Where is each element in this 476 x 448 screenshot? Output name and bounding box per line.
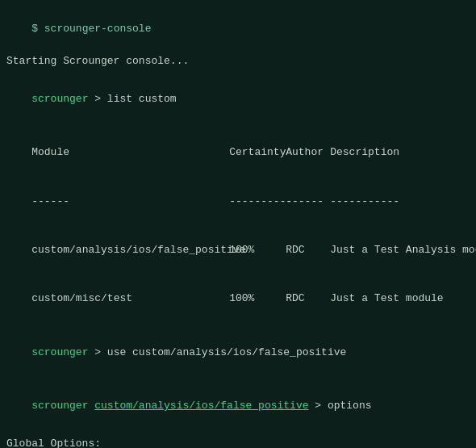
global-options-title: Global Options: <box>6 436 470 448</box>
prompt-list-custom: scrounger > list custom <box>6 75 470 124</box>
start-line: Starting Scrounger console... <box>6 53 470 69</box>
title-line: $ scrounger-console <box>6 5 470 53</box>
dash-author: ------ <box>286 194 330 210</box>
table-header: ModuleCertaintyAuthorDescription <box>6 128 470 177</box>
prompt-scrounger-1: scrounger <box>31 93 88 105</box>
prompt-options: scrounger custom/analysis/ios/false_posi… <box>6 382 470 430</box>
col-certainty: Certainty <box>229 144 286 161</box>
table-dashes: --------------------------------- <box>6 177 470 225</box>
row1-module: custom/analysis/ios/false_positive <box>31 242 229 258</box>
title-text: $ scrounger-console <box>31 23 151 35</box>
terminal: $ scrounger-console Starting Scrounger c… <box>0 0 476 448</box>
col-description: Description <box>330 146 399 158</box>
row1-description: Just a Test Analysis module <box>330 244 476 256</box>
col-author: Author <box>286 144 330 161</box>
prompt-module-link-1: custom/analysis/ios/false_positive <box>94 400 308 412</box>
dash-certainty: ---------- <box>229 194 286 210</box>
row1-author: RDC <box>286 242 330 258</box>
dash-module: ------ <box>31 194 229 210</box>
row2-author: RDC <box>286 291 330 307</box>
row1-certainty: 100% <box>229 242 286 258</box>
prompt-cmd-1: > list custom <box>88 93 176 105</box>
prompt-scrounger-3: scrounger <box>31 400 88 412</box>
row2-description: Just a Test module <box>330 292 443 304</box>
prompt-cmd-3: > options <box>309 400 372 412</box>
table-row-1: custom/analysis/ios/false_positive100%RD… <box>6 226 470 274</box>
row2-certainty: 100% <box>229 291 286 307</box>
row2-module: custom/misc/test <box>31 291 229 307</box>
col-module: Module <box>31 144 229 161</box>
prompt-scrounger-2: scrounger <box>31 346 88 358</box>
prompt-use: scrounger > use custom/analysis/ios/fals… <box>6 329 470 377</box>
dash-description: ----------- <box>330 195 399 207</box>
prompt-cmd-2: > use custom/analysis/ios/false_positive <box>88 346 346 358</box>
table-row-2: custom/misc/test100%RDCJust a Test modul… <box>6 274 470 323</box>
